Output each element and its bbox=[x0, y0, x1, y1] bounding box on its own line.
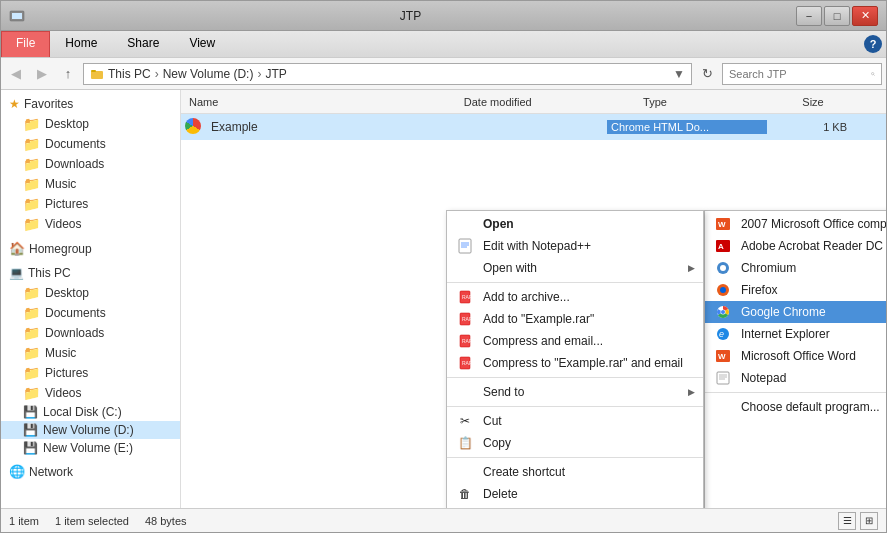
svg-text:W: W bbox=[718, 352, 726, 361]
ctx-send-to[interactable]: Send to bbox=[447, 381, 703, 403]
sidebar-item-downloads[interactable]: 📁 Downloads bbox=[1, 154, 180, 174]
sidebar-item-volumed[interactable]: 💾 New Volume (D:) bbox=[1, 421, 180, 439]
sidebar-item-volumee[interactable]: 💾 New Volume (E:) bbox=[1, 439, 180, 457]
ctx-add-example-rar[interactable]: RAR Add to "Example.rar" bbox=[447, 308, 703, 330]
sidebar-thispc-header[interactable]: 💻 This PC bbox=[1, 263, 180, 283]
file-row[interactable]: Example Chrome HTML Do... 1 KB bbox=[181, 114, 886, 140]
chromium-icon bbox=[713, 260, 733, 276]
col-size-header[interactable]: Size bbox=[802, 96, 882, 108]
svg-text:A: A bbox=[718, 242, 724, 251]
sidebar-item-videos2[interactable]: 📁 Videos bbox=[1, 383, 180, 403]
msword-icon: W bbox=[713, 348, 733, 364]
ctx-cut[interactable]: ✂ Cut bbox=[447, 410, 703, 432]
star-icon: ★ bbox=[9, 97, 20, 111]
folder-icon bbox=[90, 67, 104, 81]
ctx-delete[interactable]: 🗑 Delete bbox=[447, 483, 703, 505]
tab-file[interactable]: File bbox=[1, 31, 50, 57]
submenu-ie[interactable]: e Internet Explorer bbox=[705, 323, 886, 345]
sidebar-item-desktop[interactable]: 📁 Desktop bbox=[1, 114, 180, 134]
sidebar-item-pictures[interactable]: 📁 Pictures bbox=[1, 194, 180, 214]
sidebar-section-homegroup: 🏠 Homegroup bbox=[1, 238, 180, 259]
sidebar-item-videos[interactable]: 📁 Videos bbox=[1, 214, 180, 234]
search-box[interactable] bbox=[722, 63, 882, 85]
maximize-button[interactable]: □ bbox=[824, 6, 850, 26]
folder-icon: 📁 bbox=[23, 196, 40, 212]
tab-view[interactable]: View bbox=[174, 31, 230, 57]
ctx-rename[interactable]: Rename bbox=[447, 505, 703, 508]
folder-icon: 📁 bbox=[23, 216, 40, 232]
sidebar-homegroup-header[interactable]: 🏠 Homegroup bbox=[1, 238, 180, 259]
ctx-create-shortcut[interactable]: Create shortcut bbox=[447, 461, 703, 483]
back-button[interactable]: ◀ bbox=[5, 63, 27, 85]
sidebar-item-documents2[interactable]: 📁 Documents bbox=[1, 303, 180, 323]
submenu-notepad[interactable]: Notepad bbox=[705, 367, 886, 389]
computer-icon: 💻 bbox=[9, 266, 24, 280]
acrobat-icon: A bbox=[713, 238, 733, 254]
archive-icon: RAR bbox=[455, 289, 475, 305]
submenu-office2007[interactable]: W 2007 Microsoft Office component bbox=[705, 213, 886, 235]
ctx-add-archive[interactable]: RAR Add to archive... bbox=[447, 286, 703, 308]
sidebar-item-pictures2[interactable]: 📁 Pictures bbox=[1, 363, 180, 383]
send-icon bbox=[455, 384, 475, 400]
up-button[interactable]: ↑ bbox=[57, 63, 79, 85]
col-date-header[interactable]: Date modified bbox=[464, 96, 643, 108]
ie-icon: e bbox=[713, 326, 733, 342]
main-area: ★ Favorites 📁 Desktop 📁 Documents 📁 Down… bbox=[1, 90, 886, 508]
folder-icon: 📁 bbox=[23, 385, 40, 401]
sidebar-item-desktop2[interactable]: 📁 Desktop bbox=[1, 283, 180, 303]
forward-button[interactable]: ▶ bbox=[31, 63, 53, 85]
sidebar-item-documents[interactable]: 📁 Documents bbox=[1, 134, 180, 154]
view-tiles-button[interactable]: ⊞ bbox=[860, 512, 878, 530]
archive-icon-2: RAR bbox=[455, 311, 475, 327]
sidebar-item-downloads2[interactable]: 📁 Downloads bbox=[1, 323, 180, 343]
context-menu: Open Edit with Notepad++ Open with bbox=[446, 210, 704, 508]
tab-share[interactable]: Share bbox=[112, 31, 174, 57]
window-icon bbox=[9, 8, 25, 24]
notepad-icon bbox=[455, 238, 475, 254]
ctx-compress-email[interactable]: RAR Compress and email... bbox=[447, 330, 703, 352]
svg-rect-6 bbox=[459, 239, 471, 253]
sidebar-favorites-header[interactable]: ★ Favorites bbox=[1, 94, 180, 114]
view-details-button[interactable]: ☰ bbox=[838, 512, 856, 530]
ctx-open[interactable]: Open bbox=[447, 213, 703, 235]
sidebar-item-music[interactable]: 📁 Music bbox=[1, 174, 180, 194]
folder-icon: 📁 bbox=[23, 136, 40, 152]
svg-point-28 bbox=[721, 310, 725, 314]
sidebar-item-music2[interactable]: 📁 Music bbox=[1, 343, 180, 363]
submenu-choose-default[interactable]: Choose default program... bbox=[705, 396, 886, 418]
ctx-compress-email2[interactable]: RAR Compress to "Example.rar" and email bbox=[447, 352, 703, 374]
help-button[interactable]: ? bbox=[864, 35, 882, 53]
compress-icon: RAR bbox=[455, 333, 475, 349]
disk-icon: 💾 bbox=[23, 441, 38, 455]
col-name-header[interactable]: Name bbox=[185, 96, 464, 108]
open-with-icon bbox=[455, 260, 475, 276]
tab-home[interactable]: Home bbox=[50, 31, 112, 57]
homegroup-icon: 🏠 bbox=[9, 241, 25, 256]
submenu-acrobat[interactable]: A Adobe Acrobat Reader DC bbox=[705, 235, 886, 257]
minimize-button[interactable]: − bbox=[796, 6, 822, 26]
disk-icon: 💾 bbox=[23, 405, 38, 419]
close-button[interactable]: ✕ bbox=[852, 6, 878, 26]
submenu-firefox[interactable]: Firefox bbox=[705, 279, 886, 301]
address-path[interactable]: This PC › New Volume (D:) › JTP ▼ bbox=[83, 63, 692, 85]
submenu-chromium[interactable]: Chromium bbox=[705, 257, 886, 279]
submenu-separator bbox=[705, 392, 886, 393]
folder-icon: 📁 bbox=[23, 325, 40, 341]
separator-1 bbox=[447, 282, 703, 283]
svg-line-5 bbox=[874, 74, 875, 75]
svg-point-25 bbox=[720, 287, 726, 293]
refresh-button[interactable]: ↻ bbox=[696, 63, 718, 85]
ctx-copy[interactable]: 📋 Copy bbox=[447, 432, 703, 454]
separator-2 bbox=[447, 377, 703, 378]
svg-text:RAR: RAR bbox=[462, 316, 473, 322]
sidebar-item-localc[interactable]: 💾 Local Disk (C:) bbox=[1, 403, 180, 421]
search-input[interactable] bbox=[729, 68, 867, 80]
submenu-msword[interactable]: W Microsoft Office Word bbox=[705, 345, 886, 367]
col-type-header[interactable]: Type bbox=[643, 96, 802, 108]
sidebar-network-header[interactable]: 🌐 Network bbox=[1, 461, 180, 482]
ctx-edit-notepad[interactable]: Edit with Notepad++ bbox=[447, 235, 703, 257]
submenu-chrome[interactable]: Google Chrome bbox=[705, 301, 886, 323]
search-icon bbox=[871, 68, 875, 80]
ctx-open-with[interactable]: Open with bbox=[447, 257, 703, 279]
svg-rect-1 bbox=[12, 13, 22, 19]
